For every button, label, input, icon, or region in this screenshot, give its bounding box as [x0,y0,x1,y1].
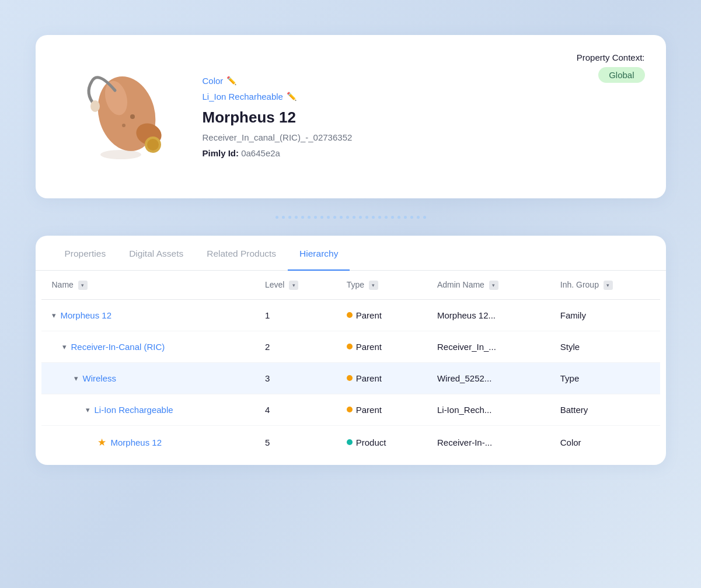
cell-name: ▾Morpheus 12 [41,299,254,331]
tab-properties[interactable]: Properties [53,236,118,271]
cell-admin-name: Receiver_In_... [427,331,550,362]
sort-inh-icon: ▾ [604,281,613,290]
svg-point-5 [90,100,100,112]
row-name-link[interactable]: Morpheus 12 [111,438,162,447]
product-info: Color ✏️ Li_Ion Recharheable ✏️ Morpheus… [203,76,645,158]
row-name-link[interactable]: Receiver-In-Canal (RIC) [71,342,165,352]
table-row: ▾Receiver-In-Canal (RIC)2ParentReceiver_… [41,331,660,362]
table-row: ★Morpheus 125ProductReceiver-In-...Color [41,425,660,459]
type-label: Parent [356,405,382,415]
type-dot [347,344,353,349]
property-context-label: Property Context: [577,52,645,62]
divider-dots [36,210,666,224]
tab-hierarchy[interactable]: Hierarchy [288,236,350,271]
chevron-icon[interactable]: ▾ [52,311,56,320]
type-dot [347,407,353,412]
col-inh-group[interactable]: Inh. Group ▾ [550,271,660,300]
svg-point-6 [130,114,135,119]
chevron-icon[interactable]: ▾ [86,405,90,414]
product-image [57,52,185,181]
cell-type: Parent [336,394,427,425]
cell-admin-name: Wired_5252... [427,362,550,394]
cell-admin-name: Morpheus 12... [427,299,550,331]
sort-admin-icon: ▾ [489,281,498,290]
cell-level: 5 [254,425,336,459]
table-row: ▾Morpheus 121ParentMorpheus 12...Family [41,299,660,331]
chevron-icon[interactable]: ▾ [62,342,67,351]
sort-type-icon: ▾ [369,281,378,290]
cell-level: 4 [254,394,336,425]
svg-point-8 [100,150,141,159]
cell-name: ★Morpheus 12 [41,425,254,459]
col-level[interactable]: Level ▾ [254,271,336,300]
cell-inh-group: Type [550,362,660,394]
product-title: Morpheus 12 [203,108,645,127]
pimly-id: Pimly Id: 0a645e2a [203,148,645,158]
type-label: Product [356,438,386,447]
table-wrapper: Name ▾ Level ▾ Type ▾ Admin Name ▾ Inh. … [36,271,666,465]
product-sku: Receiver_In_canal_(RIC)_-_02736352 [203,132,645,142]
row-name-link[interactable]: Wireless [83,373,117,383]
edit-color-icon[interactable]: ✏️ [226,76,236,85]
cell-level: 1 [254,299,336,331]
type-label: Parent [356,310,382,320]
edit-battery-icon[interactable]: ✏️ [287,92,297,101]
cell-inh-group: Battery [550,394,660,425]
global-badge: Global [598,67,644,83]
cell-type: Parent [336,331,427,362]
star-icon: ★ [97,436,106,449]
product-card: Color ✏️ Li_Ion Recharheable ✏️ Morpheus… [36,35,666,198]
tabs-row: Properties Digital Assets Related Produc… [36,236,666,271]
table-header-row: Name ▾ Level ▾ Type ▾ Admin Name ▾ Inh. … [41,271,660,300]
col-type[interactable]: Type ▾ [336,271,427,300]
cell-type: Parent [336,299,427,331]
chevron-icon[interactable]: ▾ [74,374,78,383]
hierarchy-table: Name ▾ Level ▾ Type ▾ Admin Name ▾ Inh. … [41,271,660,459]
property-context: Property Context: Global [577,52,645,83]
cell-level: 2 [254,331,336,362]
cell-name: ▾Li-Ion Rechargeable [41,394,254,425]
pimly-id-value: 0a645e2a [241,148,280,158]
cell-admin-name: Receiver-In-... [427,425,550,459]
cell-inh-group: Color [550,425,660,459]
type-dot [347,312,353,318]
type-label: Parent [356,342,382,352]
breadcrumb-battery[interactable]: Li_Ion Recharheable [203,92,283,102]
sort-level-icon: ▾ [289,281,298,290]
cell-admin-name: Li-Ion_Rech... [427,394,550,425]
cell-inh-group: Family [550,299,660,331]
breadcrumb-color[interactable]: Color [203,76,224,86]
page-wrapper: Color ✏️ Li_Ion Recharheable ✏️ Morpheus… [36,35,666,465]
col-name[interactable]: Name ▾ [41,271,254,300]
sort-name-icon: ▾ [78,281,88,290]
cell-type: Parent [336,362,427,394]
cell-name: ▾Wireless [41,362,254,394]
type-label: Parent [356,373,382,383]
pimly-id-label: Pimly Id: [203,148,239,158]
cell-type: Product [336,425,427,459]
tab-digital-assets[interactable]: Digital Assets [117,236,195,271]
row-name-link[interactable]: Li-Ion Rechargeable [95,405,173,415]
type-dot [347,439,353,445]
tab-related-products[interactable]: Related Products [195,236,288,271]
col-admin-name[interactable]: Admin Name ▾ [427,271,550,300]
table-row: ▾Li-Ion Rechargeable4ParentLi-Ion_Rech..… [41,394,660,425]
breadcrumb-battery-row: Li_Ion Recharheable ✏️ [203,92,645,102]
cell-level: 3 [254,362,336,394]
type-dot [347,375,353,381]
svg-point-7 [122,124,125,127]
svg-point-4 [147,139,159,150]
hierarchy-card: Properties Digital Assets Related Produc… [36,236,666,465]
cell-name: ▾Receiver-In-Canal (RIC) [41,331,254,362]
table-row: ▾Wireless3ParentWired_5252...Type [41,362,660,394]
row-name-link[interactable]: Morpheus 12 [61,310,112,320]
cell-inh-group: Style [550,331,660,362]
